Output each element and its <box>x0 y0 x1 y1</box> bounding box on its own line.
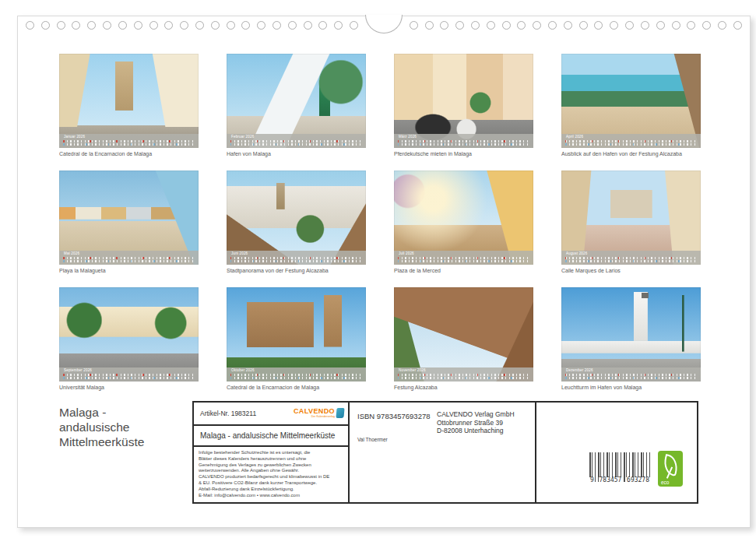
calvendo-logo-text: CALVENDO Der Kalenderverlag <box>294 408 335 419</box>
calendar-title: Malaga - andalusische Mittelmeerküste <box>59 406 195 450</box>
mini-calendar-days <box>565 257 697 259</box>
binding-hole <box>57 21 65 30</box>
binding-hole <box>180 21 188 30</box>
binding-hole <box>87 21 96 30</box>
mini-calendar-days <box>565 140 697 142</box>
month-label: Februar 2026 <box>231 135 366 139</box>
binding-hole <box>718 21 726 30</box>
mini-calendar-strip: Oktober 2026 <box>227 367 366 382</box>
month-thumbnail: September 2026 Universität Malaga <box>59 287 199 398</box>
month-photo: Mai 2026 <box>59 171 199 265</box>
month-photo: November 2026 <box>394 287 533 382</box>
binding-hole <box>195 21 204 30</box>
month-label: April 2026 <box>566 135 701 139</box>
month-label: Juni 2026 <box>231 252 366 256</box>
binding-hole <box>672 21 680 30</box>
mini-calendar-days <box>565 374 697 376</box>
mini-calendar-strip: Februar 2026 <box>227 134 366 148</box>
month-thumbnail: Dezember 2026 Leuchtturm im Hafen von Ma… <box>561 287 701 398</box>
calvendo-logo-tagline: Der Kalenderverlag <box>311 415 335 419</box>
mini-calendar-strip: September 2026 <box>59 367 199 382</box>
binding-hole <box>656 21 665 30</box>
mini-calendar-strip: März 2026 <box>394 134 533 148</box>
mini-calendar-strip: Mai 2026 <box>59 251 199 265</box>
mini-calendar-days <box>398 374 529 376</box>
month-label: November 2026 <box>399 369 533 373</box>
binding-holes <box>26 16 742 37</box>
binding-hole <box>257 21 265 30</box>
mini-calendar-strip: August 2026 <box>561 251 701 265</box>
barcode-digits: 9 783457 693278 <box>589 477 650 483</box>
month-label: Dezember 2026 <box>566 369 701 373</box>
mini-calendar-dates <box>63 143 195 146</box>
month-thumbnail: Oktober 2026 Catedral de la Encarnacion … <box>227 287 366 398</box>
mini-calendar-days <box>398 257 529 259</box>
binding-hole <box>334 21 343 30</box>
photo-caption: Pferdekutsche mieten in Malaga <box>394 151 533 157</box>
photo-caption: Calle Marques de Larios <box>561 268 701 274</box>
binding-hole <box>72 21 80 30</box>
publisher-address: CALVENDO Verlag GmbH Ottobrunner Straße … <box>437 410 515 435</box>
photo-caption: Plaza de la Merced <box>394 268 533 274</box>
photo-caption: Universität Malaga <box>59 385 199 391</box>
mini-calendar-dates <box>398 377 529 379</box>
mini-calendar-strip: Juli 2026 <box>394 251 533 265</box>
month-label: Januar 2026 <box>64 135 199 139</box>
month-photo: Dezember 2026 <box>561 287 701 382</box>
mini-calendar-dates <box>63 260 195 262</box>
binding-hole <box>440 21 448 30</box>
month-thumbnail: Januar 2026 Catedral de la Encarnacion d… <box>59 54 199 164</box>
mini-calendar-dates <box>230 143 362 146</box>
months-grid: Januar 2026 Catedral de la Encarnacion d… <box>59 54 701 398</box>
month-label: Mai 2026 <box>64 252 199 256</box>
binding-hole <box>103 21 111 30</box>
ean-barcode: 9 783457 693278 <box>589 452 650 483</box>
mini-calendar-days <box>230 257 362 259</box>
eco-logo: eco <box>658 451 683 487</box>
article-row: Artikel-Nr. 1983211 CALVENDO Der Kalende… <box>194 403 348 426</box>
binding-hole <box>410 21 418 30</box>
leaf-icon <box>661 454 680 476</box>
legal-text: Infolge bestehender Schutzrechte ist es … <box>194 447 348 502</box>
binding-hole <box>564 21 572 30</box>
binding-hole <box>625 21 634 30</box>
binding-hole <box>594 21 603 30</box>
month-label: März 2026 <box>399 135 533 139</box>
binding-hole <box>641 21 649 30</box>
photo-caption: Ausblick auf den Hafen von der Festung A… <box>561 151 701 157</box>
info-left-column: Artikel-Nr. 1983211 CALVENDO Der Kalende… <box>194 403 350 502</box>
article-number: Artikel-Nr. 1983211 <box>200 410 256 417</box>
month-photo: August 2026 <box>561 171 701 265</box>
month-label: September 2026 <box>64 369 199 373</box>
mini-calendar-dates <box>63 377 195 379</box>
binding-hole <box>687 21 695 30</box>
binding-hole <box>318 21 327 30</box>
binding-hole <box>304 21 312 30</box>
binding-hole <box>517 21 526 30</box>
mini-calendar-strip: Dezember 2026 <box>561 367 701 382</box>
isbn-text: ISBN 9783457693278 <box>357 412 431 420</box>
product-title: Malaga - andalusische Mittelmeerküste <box>194 426 348 447</box>
month-photo: Januar 2026 <box>59 54 199 148</box>
month-photo: Oktober 2026 <box>227 287 366 382</box>
mini-calendar-dates <box>230 260 362 262</box>
photo-caption: Leuchtturm im Hafen von Malaga <box>561 385 701 391</box>
binding-hole <box>164 21 173 30</box>
month-photo: Februar 2026 <box>227 54 366 148</box>
month-thumbnail: November 2026 Festung Alcazaba <box>394 287 533 398</box>
mini-calendar-dates <box>398 260 529 262</box>
binding-hole <box>548 21 557 30</box>
mini-calendar-strip: Juni 2026 <box>227 251 366 265</box>
binding-hole <box>471 21 480 30</box>
binding-hole <box>502 21 511 30</box>
month-photo: September 2026 <box>59 287 199 382</box>
binding-hole <box>610 21 618 30</box>
mini-calendar-days <box>398 140 529 142</box>
photo-caption: Hafen von Malaga <box>227 151 366 157</box>
barcode-digit-group: 693278 <box>626 477 650 483</box>
mini-calendar-strip: April 2026 <box>561 134 701 148</box>
month-thumbnail: Juli 2026 Plaza de la Merced <box>394 171 533 281</box>
mini-calendar-dates <box>565 143 697 146</box>
binding-hole <box>455 21 464 30</box>
mini-calendar-days <box>63 374 195 376</box>
